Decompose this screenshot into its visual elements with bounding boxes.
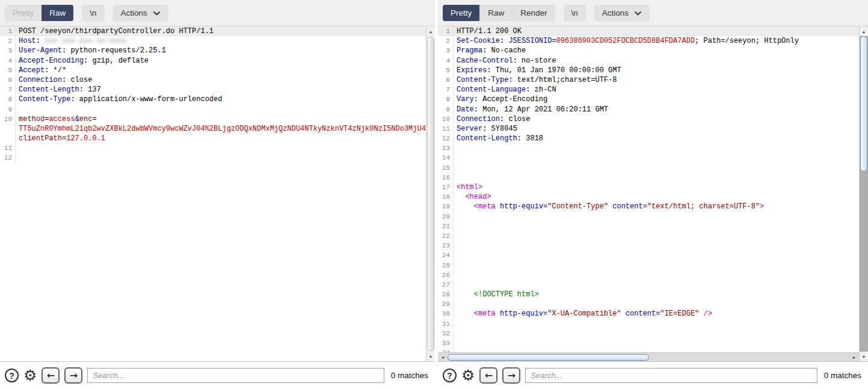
code-line: 22: [438, 231, 859, 241]
scroll-up-button[interactable]: ▲: [860, 26, 868, 36]
help-icon[interactable]: ?: [443, 369, 457, 382]
scrollbar-track[interactable]: [860, 36, 868, 352]
line-number: 6: [0, 75, 16, 85]
code-text: TT5uZnR0YmhmL21qb2wvZXBkL2dwbWVmcy9wcWZv…: [16, 124, 426, 134]
request-search-bar: ? ⚙ ← → 0 matches: [0, 361, 435, 389]
line-number: [0, 124, 16, 134]
code-text: Content-Length: 3818: [454, 134, 859, 143]
line-number: 8: [0, 95, 16, 104]
line-number: 9: [438, 105, 454, 114]
actions-button[interactable]: Actions: [594, 5, 650, 21]
code-line: TT5uZnR0YmhmL21qb2wvZXBkL2dwbWVmcy9wcWZv…: [0, 124, 426, 134]
code-line: 1HTTP/1.1 200 OK: [438, 26, 859, 36]
http-message-viewer: Pretty Raw \n Actions 1POST /seeyon/thir…: [0, 0, 868, 389]
gear-icon[interactable]: ⚙: [23, 368, 37, 383]
code-text: [454, 251, 859, 260]
scroll-down-button[interactable]: ▼: [860, 352, 868, 361]
next-match-button[interactable]: →: [64, 367, 82, 384]
help-icon[interactable]: ?: [5, 369, 19, 382]
code-text: Accept: */*: [16, 66, 426, 75]
line-number: 1: [0, 26, 16, 36]
code-text: Connection: close: [454, 114, 859, 124]
code-text: <html>: [454, 182, 859, 192]
code-text: Accept-Encoding: gzip, deflate: [16, 56, 426, 66]
line-number: 15: [438, 163, 454, 173]
newline-toggle-button[interactable]: \n: [564, 5, 586, 21]
code-line: 5Accept: */*: [0, 66, 426, 75]
code-line: 18 <head>: [438, 192, 859, 202]
request-editor[interactable]: 1POST /seeyon/thirdpartyController.do HT…: [0, 26, 435, 361]
match-count: 0 matches: [389, 371, 430, 380]
line-number: 3: [0, 46, 16, 55]
tab-raw[interactable]: Raw: [479, 5, 512, 21]
line-number: 21: [438, 222, 454, 231]
line-number: 10: [438, 114, 454, 124]
code-text: [454, 163, 859, 173]
response-editor[interactable]: 1HTTP/1.1 200 OK2Set-Cookie: JSESSIONID=…: [438, 26, 868, 361]
line-number: 26: [438, 270, 454, 280]
response-view-tabs: Pretty Raw Render: [443, 5, 555, 21]
newline-toggle-button[interactable]: \n: [82, 5, 104, 21]
code-line: 8Content-Type: application/x-www-form-ur…: [0, 95, 426, 104]
code-line: 7Content-Language: zh-CN: [438, 85, 859, 95]
horizontal-scrollbar[interactable]: ◄ ►: [438, 352, 859, 361]
scroll-right-button[interactable]: ►: [849, 355, 859, 359]
code-line: 14: [438, 153, 859, 163]
code-text: Date: Mon, 12 Apr 2021 06:20:11 GMT: [454, 105, 859, 114]
tab-raw[interactable]: Raw: [42, 5, 73, 21]
code-line: 12: [0, 153, 426, 163]
code-text: [454, 143, 859, 153]
request-code-view[interactable]: 1POST /seeyon/thirdpartyController.do HT…: [0, 26, 426, 361]
actions-button[interactable]: Actions: [113, 5, 168, 21]
line-number: 11: [438, 124, 454, 134]
line-number: 27: [438, 280, 454, 290]
code-text: Content-Length: 137: [16, 85, 426, 95]
tab-pretty[interactable]: Pretty: [5, 5, 42, 21]
code-line: 11Server: SY8045: [438, 124, 859, 134]
search-input[interactable]: [525, 368, 817, 383]
scrollbar-thumb[interactable]: [448, 354, 649, 361]
line-number: 23: [438, 241, 454, 251]
next-match-button[interactable]: →: [502, 367, 520, 384]
request-panel: Pretty Raw \n Actions 1POST /seeyon/thir…: [0, 0, 435, 389]
response-tabbar: Pretty Raw Render \n Actions: [438, 0, 868, 26]
code-line: 20: [438, 212, 859, 222]
line-number: 28: [438, 290, 454, 299]
code-line: 11: [0, 143, 426, 153]
scrollbar-thumb[interactable]: [860, 36, 867, 172]
code-text: [454, 212, 859, 222]
vertical-scrollbar[interactable]: ▲ ▼: [859, 26, 868, 361]
line-number: [0, 134, 16, 143]
scrollbar-thumb[interactable]: [427, 37, 434, 351]
response-code-view[interactable]: 1HTTP/1.1 200 OK2Set-Cookie: JSESSIONID=…: [438, 26, 859, 352]
vertical-scrollbar[interactable]: ▲ ▼: [426, 26, 435, 361]
line-number: 9: [0, 105, 16, 114]
search-input[interactable]: [87, 368, 384, 383]
chevron-down-icon: [634, 11, 642, 16]
code-line: 10Connection: close: [438, 114, 859, 124]
code-line: clientPath=127.0.0.1: [0, 134, 426, 143]
previous-match-button[interactable]: ←: [42, 367, 60, 384]
code-text: [16, 143, 426, 153]
line-number: 1: [438, 26, 454, 36]
tab-render[interactable]: Render: [512, 5, 555, 21]
scroll-up-button[interactable]: ▲: [426, 26, 435, 36]
gear-icon[interactable]: ⚙: [461, 368, 475, 383]
code-line: 32: [438, 329, 859, 338]
scroll-left-button[interactable]: ◄: [438, 355, 448, 359]
code-text: [454, 261, 859, 270]
code-line: 1POST /seeyon/thirdpartyController.do HT…: [0, 26, 426, 36]
code-text: Vary: Accept-Encoding: [454, 95, 859, 104]
code-text: Expires: Thu, 01 Jan 1970 00:00:00 GMT: [454, 66, 859, 75]
code-line: 4Accept-Encoding: gzip, deflate: [0, 56, 426, 66]
tab-pretty[interactable]: Pretty: [443, 5, 479, 21]
previous-match-button[interactable]: ←: [479, 367, 497, 384]
line-number: 3: [438, 46, 454, 55]
line-number: 14: [438, 153, 454, 163]
code-text: Cache-Control: no-store: [454, 56, 859, 66]
code-line: 27: [438, 280, 859, 290]
scroll-down-button[interactable]: ▼: [426, 352, 435, 361]
code-text: [454, 241, 859, 251]
code-text: clientPath=127.0.0.1: [16, 134, 426, 143]
code-text: [454, 270, 859, 280]
